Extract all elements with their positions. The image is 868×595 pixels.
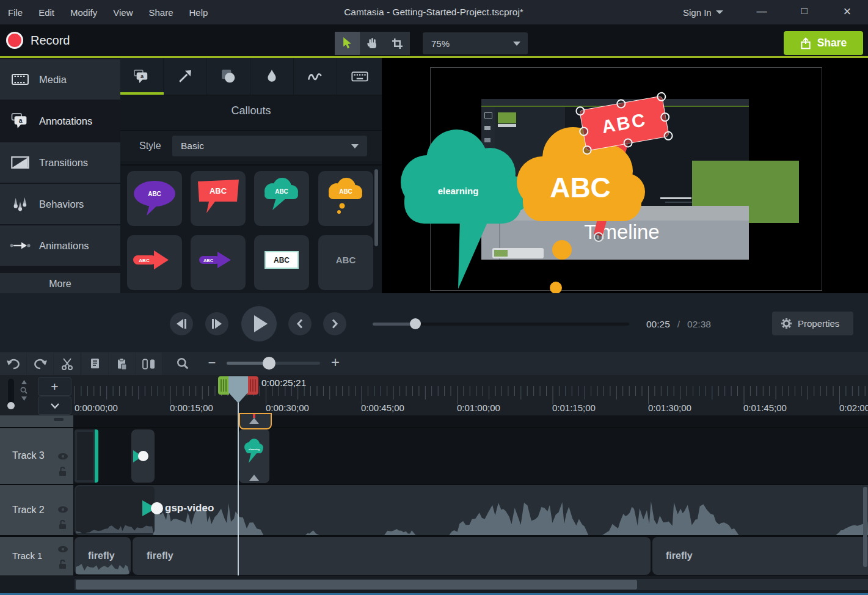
- track3-clip-media[interactable]: [75, 429, 98, 483]
- svg-text:ABC: ABC: [275, 188, 288, 195]
- close-button[interactable]: ×: [833, 4, 861, 20]
- svg-text:elearning: elearning: [249, 448, 260, 451]
- select-tool-button[interactable]: [335, 32, 360, 55]
- callout-tile-purple-arrow[interactable]: ABC: [191, 235, 246, 290]
- style-select[interactable]: Basic: [172, 136, 367, 156]
- tab-callouts[interactable]: a: [120, 58, 163, 95]
- properties-button[interactable]: Properties: [772, 312, 853, 335]
- sign-in-button[interactable]: Sign In: [683, 5, 723, 19]
- tab-keystrokes[interactable]: [337, 58, 382, 95]
- selected-annotation-clip[interactable]: [239, 413, 272, 429]
- track1-clip-firefly-2[interactable]: firefly: [133, 537, 651, 575]
- tab-blur[interactable]: [250, 58, 293, 95]
- lock-icon[interactable]: [58, 519, 67, 530]
- track-height-thumb[interactable]: [7, 402, 15, 409]
- minimize-button[interactable]: —: [748, 5, 776, 18]
- split-button[interactable]: [136, 352, 162, 375]
- menu-file[interactable]: File: [0, 7, 31, 18]
- shape-tab-icon: [221, 69, 236, 84]
- tab-shapes[interactable]: [207, 58, 250, 95]
- playhead-in-handle[interactable]: [218, 376, 229, 395]
- paste-button[interactable]: [109, 352, 135, 375]
- tab-sketch[interactable]: [294, 58, 337, 95]
- undo-button[interactable]: [0, 352, 26, 375]
- rotation-handle[interactable]: [594, 233, 603, 241]
- panel-scrollbar[interactable]: [374, 169, 378, 246]
- menu-share[interactable]: Share: [140, 7, 181, 18]
- callout-tab-icon: a: [134, 70, 150, 84]
- sidebar-item-media[interactable]: Media: [0, 59, 120, 100]
- eye-icon[interactable]: [57, 506, 68, 513]
- step-back-button[interactable]: [170, 312, 193, 335]
- timeline-zoom-slider[interactable]: [227, 362, 320, 365]
- cut-button[interactable]: [54, 352, 80, 375]
- menu-modify[interactable]: Modify: [62, 7, 105, 18]
- record-button[interactable]: Record: [6, 29, 70, 51]
- svg-text:ABC: ABC: [139, 258, 150, 263]
- sidebar-item-behaviors[interactable]: Behaviors: [0, 184, 120, 224]
- add-track-button[interactable]: +: [38, 377, 71, 396]
- svg-text:ABC: ABC: [203, 258, 214, 263]
- playhead-line[interactable]: [238, 401, 239, 575]
- play-button[interactable]: [241, 306, 277, 341]
- lock-icon[interactable]: [58, 466, 67, 476]
- ruler-label: 0:01:15;00: [552, 403, 596, 413]
- next-clip-button[interactable]: [323, 312, 346, 335]
- tab-arrows[interactable]: [164, 58, 206, 95]
- pan-tool-button[interactable]: [360, 32, 385, 55]
- callout-tile-thought-cloud[interactable]: ABC: [318, 171, 373, 226]
- track3-clip-elearning-callout[interactable]: elearning: [239, 429, 269, 483]
- scissors-icon: [61, 358, 73, 370]
- lock-icon[interactable]: [58, 559, 67, 569]
- redo-button[interactable]: [27, 352, 53, 375]
- abc-cloud-callout[interactable]: ABC: [517, 127, 645, 293]
- timeline-horizontal-scrollbar[interactable]: [75, 579, 868, 590]
- sidebar-more-button[interactable]: More: [0, 272, 120, 294]
- ruler-label: 0:00:45;00: [361, 403, 404, 413]
- timeline-zoom-thumb[interactable]: [263, 357, 275, 370]
- record-icon: [6, 32, 23, 49]
- zoom-select[interactable]: 75%: [423, 32, 528, 54]
- timeline-zoom-out-button[interactable]: −: [204, 355, 220, 371]
- menu-help[interactable]: Help: [181, 7, 216, 18]
- callout-tile-text-box[interactable]: ABC: [254, 235, 309, 290]
- scrollbar-row: [0, 576, 868, 593]
- share-button[interactable]: Share: [784, 31, 863, 55]
- track-options-button[interactable]: [38, 396, 71, 415]
- menu-edit[interactable]: Edit: [31, 7, 62, 18]
- seek-slider[interactable]: [373, 323, 629, 326]
- track1-clip-firefly-1[interactable]: firefly: [75, 537, 131, 575]
- sidebar-item-animations[interactable]: Animations: [0, 225, 120, 266]
- copy-button[interactable]: [82, 352, 108, 375]
- timeline-toolbar: − +: [0, 352, 868, 375]
- track2-clip-gsp-video[interactable]: gsp-video: [75, 485, 868, 535]
- previous-clip-button[interactable]: [288, 312, 312, 335]
- eye-icon[interactable]: [57, 546, 68, 553]
- svg-text:ABC: ABC: [274, 256, 290, 265]
- crop-tool-button[interactable]: [385, 32, 410, 55]
- paste-icon: [117, 358, 128, 370]
- track3-clip-video[interactable]: [131, 429, 155, 483]
- callout-tile-plain-text[interactable]: ABC: [318, 235, 373, 290]
- track-height-slider[interactable]: [8, 379, 14, 409]
- timeline-vertical-scrollbar[interactable]: [863, 487, 867, 567]
- eye-icon[interactable]: [57, 453, 68, 460]
- sidebar-item-transitions[interactable]: Transitions: [0, 142, 120, 183]
- maximize-button[interactable]: □: [790, 5, 819, 17]
- callout-tile-speech-rect[interactable]: ABC: [191, 171, 246, 226]
- split-icon: [142, 359, 156, 370]
- horizontal-scroll-thumb[interactable]: [76, 580, 637, 590]
- step-forward-button[interactable]: [205, 312, 228, 335]
- svg-text:a: a: [140, 73, 144, 79]
- style-row: Style Basic: [120, 130, 382, 161]
- seek-thumb[interactable]: [410, 318, 421, 329]
- sidebar-item-annotations[interactable]: a Annotations: [0, 101, 120, 141]
- track1-clip-firefly-3[interactable]: firefly: [652, 537, 868, 575]
- callout-tile-cloud[interactable]: ABC: [254, 171, 309, 226]
- timeline-zoom-in-button[interactable]: +: [327, 354, 343, 370]
- callout-tile-rounded-bubble[interactable]: ABC: [127, 171, 182, 226]
- elearning-callout[interactable]: elearning: [401, 130, 530, 289]
- menu-view[interactable]: View: [105, 7, 140, 18]
- callout-tile-red-arrow[interactable]: ABC: [127, 235, 182, 290]
- playhead-out-handle[interactable]: [247, 376, 258, 395]
